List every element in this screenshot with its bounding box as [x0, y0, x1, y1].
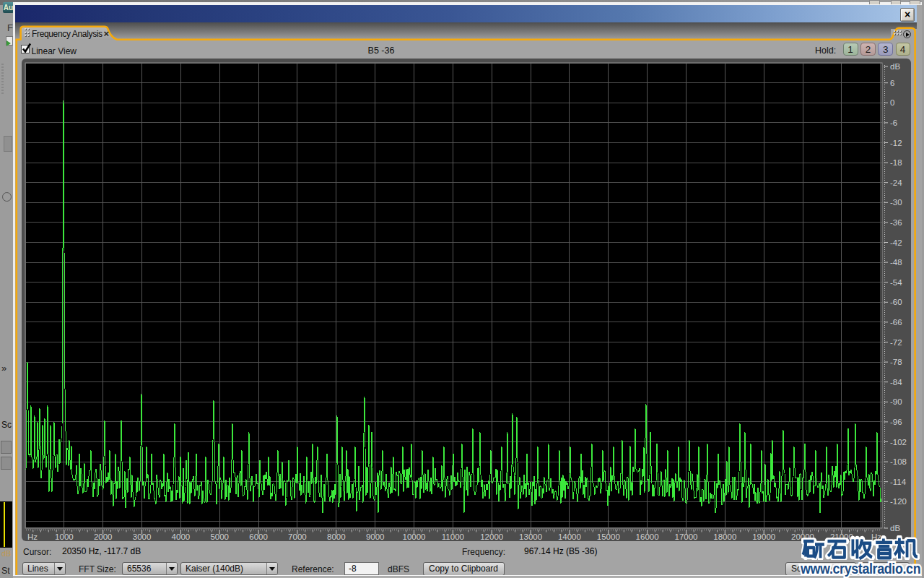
svg-text:12000: 12000	[480, 532, 503, 541]
svg-text:15000: 15000	[597, 532, 620, 541]
svg-text:6: 6	[890, 79, 894, 87]
svg-text:3000: 3000	[133, 532, 152, 541]
svg-text:19000: 19000	[752, 532, 775, 541]
svg-text:-90: -90	[890, 397, 902, 406]
svg-text:4000: 4000	[172, 532, 191, 541]
svg-text:-72: -72	[890, 338, 902, 347]
svg-text:8000: 8000	[327, 532, 346, 541]
svg-text:7000: 7000	[288, 532, 307, 541]
svg-text:-78: -78	[890, 358, 902, 366]
svg-text:-12: -12	[890, 139, 902, 147]
svg-text:-66: -66	[890, 318, 902, 327]
svg-text:dB: dB	[890, 524, 900, 532]
svg-text:-18: -18	[890, 158, 902, 167]
svg-text:-120: -120	[890, 497, 907, 506]
svg-text:6000: 6000	[249, 532, 268, 541]
svg-text:10000: 10000	[403, 532, 426, 541]
svg-text:14000: 14000	[558, 532, 581, 541]
svg-text:17000: 17000	[675, 532, 698, 541]
svg-text:2000: 2000	[94, 532, 113, 541]
svg-text:Hz: Hz	[27, 532, 38, 541]
svg-text:18000: 18000	[713, 532, 736, 541]
svg-text:-84: -84	[890, 378, 902, 387]
svg-text:-96: -96	[890, 418, 902, 426]
svg-text:-54: -54	[890, 278, 902, 287]
svg-text:-60: -60	[890, 298, 902, 306]
svg-text:-102: -102	[890, 438, 907, 447]
svg-text:-6: -6	[890, 118, 897, 127]
svg-text:-24: -24	[890, 178, 902, 187]
svg-text:-42: -42	[890, 238, 902, 247]
svg-text:-30: -30	[890, 198, 902, 207]
svg-text:dB: dB	[890, 62, 900, 71]
svg-text:-48: -48	[890, 258, 902, 267]
svg-text:0: 0	[890, 98, 894, 107]
svg-text:1000: 1000	[55, 532, 74, 541]
svg-text:9000: 9000	[366, 532, 385, 541]
svg-text:-36: -36	[890, 218, 902, 227]
svg-text:-108: -108	[890, 457, 907, 466]
svg-text:16000: 16000	[636, 532, 659, 541]
svg-text:13000: 13000	[519, 532, 542, 541]
svg-text:5000: 5000	[210, 532, 229, 541]
svg-text:11000: 11000	[442, 532, 464, 541]
svg-text:-114: -114	[890, 478, 907, 486]
